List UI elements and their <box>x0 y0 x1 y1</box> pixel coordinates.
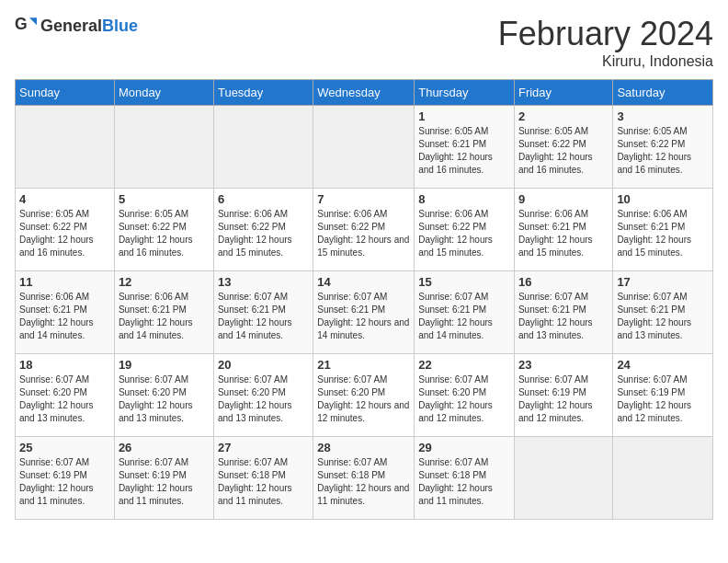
weekday-header-thursday: Thursday <box>415 80 515 106</box>
day-cell: 4Sunrise: 6:05 AMSunset: 6:22 PMDaylight… <box>16 189 115 271</box>
day-number: 19 <box>119 358 210 372</box>
day-cell: 9Sunrise: 6:06 AMSunset: 6:21 PMDaylight… <box>514 189 612 271</box>
day-cell: 15Sunrise: 6:07 AMSunset: 6:21 PMDayligh… <box>415 271 515 354</box>
day-cell: 12Sunrise: 6:06 AMSunset: 6:21 PMDayligh… <box>114 271 213 354</box>
day-info: Sunrise: 6:07 AMSunset: 6:20 PMDaylight:… <box>317 373 410 425</box>
day-cell: 10Sunrise: 6:06 AMSunset: 6:21 PMDayligh… <box>613 189 713 271</box>
day-info: Sunrise: 6:06 AMSunset: 6:22 PMDaylight:… <box>218 208 309 259</box>
day-number: 11 <box>19 275 110 289</box>
day-info: Sunrise: 6:07 AMSunset: 6:18 PMDaylight:… <box>218 456 309 508</box>
week-row-1: 1Sunrise: 6:05 AMSunset: 6:21 PMDaylight… <box>16 106 713 189</box>
day-cell: 18Sunrise: 6:07 AMSunset: 6:20 PMDayligh… <box>16 354 115 437</box>
day-cell: 6Sunrise: 6:06 AMSunset: 6:22 PMDaylight… <box>213 189 313 271</box>
day-info: Sunrise: 6:05 AMSunset: 6:22 PMDaylight:… <box>19 208 110 259</box>
calendar-table: SundayMondayTuesdayWednesdayThursdayFrid… <box>15 79 713 520</box>
day-number: 10 <box>617 192 709 206</box>
month-title: February 2024 <box>498 15 713 53</box>
day-cell: 25Sunrise: 6:07 AMSunset: 6:19 PMDayligh… <box>16 437 115 520</box>
day-number: 25 <box>19 441 110 454</box>
day-info: Sunrise: 6:06 AMSunset: 6:21 PMDaylight:… <box>19 291 110 342</box>
day-info: Sunrise: 6:07 AMSunset: 6:21 PMDaylight:… <box>418 291 510 342</box>
logo-blue: Blue <box>102 17 138 35</box>
week-row-5: 25Sunrise: 6:07 AMSunset: 6:19 PMDayligh… <box>16 437 713 520</box>
day-cell: 16Sunrise: 6:07 AMSunset: 6:21 PMDayligh… <box>514 271 612 354</box>
day-info: Sunrise: 6:07 AMSunset: 6:19 PMDaylight:… <box>518 373 609 425</box>
week-row-3: 11Sunrise: 6:06 AMSunset: 6:21 PMDayligh… <box>16 271 713 354</box>
logo-general: General <box>40 17 102 35</box>
day-cell: 3Sunrise: 6:05 AMSunset: 6:22 PMDaylight… <box>613 106 713 189</box>
weekday-header-sunday: Sunday <box>16 80 115 106</box>
day-cell <box>514 437 612 520</box>
weekday-header-saturday: Saturday <box>613 80 713 106</box>
day-info: Sunrise: 6:07 AMSunset: 6:18 PMDaylight:… <box>418 456 510 508</box>
day-cell: 21Sunrise: 6:07 AMSunset: 6:20 PMDayligh… <box>313 354 415 437</box>
day-info: Sunrise: 6:07 AMSunset: 6:21 PMDaylight:… <box>218 291 309 342</box>
day-number: 29 <box>418 441 510 454</box>
title-area: February 2024 Kiruru, Indonesia <box>498 15 713 70</box>
day-info: Sunrise: 6:06 AMSunset: 6:21 PMDaylight:… <box>518 208 609 259</box>
day-info: Sunrise: 6:05 AMSunset: 6:22 PMDaylight:… <box>518 125 609 177</box>
day-cell: 26Sunrise: 6:07 AMSunset: 6:19 PMDayligh… <box>114 437 213 520</box>
weekday-header-friday: Friday <box>514 80 612 106</box>
logo-icon: G <box>15 15 37 37</box>
svg-text:G: G <box>15 15 28 33</box>
day-number: 7 <box>317 192 410 206</box>
day-cell: 7Sunrise: 6:06 AMSunset: 6:22 PMDaylight… <box>313 189 415 271</box>
day-cell: 14Sunrise: 6:07 AMSunset: 6:21 PMDayligh… <box>313 271 415 354</box>
day-number: 5 <box>119 192 210 206</box>
day-number: 27 <box>218 441 309 454</box>
day-info: Sunrise: 6:07 AMSunset: 6:21 PMDaylight:… <box>518 291 609 342</box>
day-cell: 27Sunrise: 6:07 AMSunset: 6:18 PMDayligh… <box>213 437 313 520</box>
day-info: Sunrise: 6:07 AMSunset: 6:20 PMDaylight:… <box>19 373 110 425</box>
week-row-4: 18Sunrise: 6:07 AMSunset: 6:20 PMDayligh… <box>16 354 713 437</box>
day-cell <box>213 106 313 189</box>
day-number: 1 <box>418 109 510 123</box>
day-cell: 17Sunrise: 6:07 AMSunset: 6:21 PMDayligh… <box>613 271 713 354</box>
day-info: Sunrise: 6:07 AMSunset: 6:21 PMDaylight:… <box>317 291 410 342</box>
day-info: Sunrise: 6:07 AMSunset: 6:19 PMDaylight:… <box>119 456 210 508</box>
day-number: 2 <box>518 109 609 123</box>
day-cell: 22Sunrise: 6:07 AMSunset: 6:20 PMDayligh… <box>415 354 515 437</box>
day-cell <box>16 106 115 189</box>
day-number: 18 <box>19 358 110 372</box>
day-info: Sunrise: 6:05 AMSunset: 6:22 PMDaylight:… <box>617 125 709 177</box>
weekday-header-monday: Monday <box>114 80 213 106</box>
day-number: 20 <box>218 358 309 372</box>
day-info: Sunrise: 6:07 AMSunset: 6:21 PMDaylight:… <box>617 291 709 342</box>
weekday-header-row: SundayMondayTuesdayWednesdayThursdayFrid… <box>16 80 713 106</box>
page-header: G GeneralBlue February 2024 Kiruru, Indo… <box>15 15 713 70</box>
day-number: 6 <box>218 192 309 206</box>
day-cell: 11Sunrise: 6:06 AMSunset: 6:21 PMDayligh… <box>16 271 115 354</box>
day-info: Sunrise: 6:07 AMSunset: 6:18 PMDaylight:… <box>317 456 410 508</box>
day-info: Sunrise: 6:07 AMSunset: 6:20 PMDaylight:… <box>418 373 510 425</box>
day-cell: 1Sunrise: 6:05 AMSunset: 6:21 PMDaylight… <box>415 106 515 189</box>
svg-marker-1 <box>29 17 37 25</box>
day-number: 26 <box>119 441 210 454</box>
day-cell: 28Sunrise: 6:07 AMSunset: 6:18 PMDayligh… <box>313 437 415 520</box>
day-info: Sunrise: 6:07 AMSunset: 6:20 PMDaylight:… <box>218 373 309 425</box>
day-cell: 19Sunrise: 6:07 AMSunset: 6:20 PMDayligh… <box>114 354 213 437</box>
weekday-header-wednesday: Wednesday <box>313 80 415 106</box>
day-cell: 2Sunrise: 6:05 AMSunset: 6:22 PMDaylight… <box>514 106 612 189</box>
day-number: 24 <box>617 358 709 372</box>
week-row-2: 4Sunrise: 6:05 AMSunset: 6:22 PMDaylight… <box>16 189 713 271</box>
weekday-header-tuesday: Tuesday <box>213 80 313 106</box>
day-number: 23 <box>518 358 609 372</box>
day-cell <box>313 106 415 189</box>
day-cell: 5Sunrise: 6:05 AMSunset: 6:22 PMDaylight… <box>114 189 213 271</box>
day-cell <box>613 437 713 520</box>
day-number: 28 <box>317 441 410 454</box>
day-cell: 13Sunrise: 6:07 AMSunset: 6:21 PMDayligh… <box>213 271 313 354</box>
day-info: Sunrise: 6:07 AMSunset: 6:20 PMDaylight:… <box>119 373 210 425</box>
day-number: 15 <box>418 275 510 289</box>
day-cell: 8Sunrise: 6:06 AMSunset: 6:22 PMDaylight… <box>415 189 515 271</box>
day-number: 14 <box>317 275 410 289</box>
day-number: 22 <box>418 358 510 372</box>
location-title: Kiruru, Indonesia <box>498 53 713 70</box>
day-cell: 23Sunrise: 6:07 AMSunset: 6:19 PMDayligh… <box>514 354 612 437</box>
day-info: Sunrise: 6:06 AMSunset: 6:22 PMDaylight:… <box>317 208 410 259</box>
day-number: 16 <box>518 275 609 289</box>
day-cell: 24Sunrise: 6:07 AMSunset: 6:19 PMDayligh… <box>613 354 713 437</box>
day-cell: 29Sunrise: 6:07 AMSunset: 6:18 PMDayligh… <box>415 437 515 520</box>
day-info: Sunrise: 6:07 AMSunset: 6:19 PMDaylight:… <box>617 373 709 425</box>
